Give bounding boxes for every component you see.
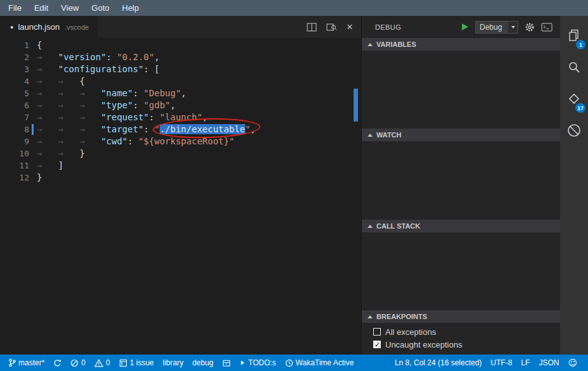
line-number[interactable]: 8: [0, 123, 29, 135]
cursor-position-item[interactable]: Ln 8, Col 24 (16 selected): [390, 355, 486, 371]
line-number[interactable]: 12: [0, 172, 29, 184]
wakatime-item[interactable]: WakaTime Active: [281, 355, 359, 371]
issues-icon: [119, 359, 127, 367]
library-item[interactable]: library: [158, 355, 188, 371]
code-line[interactable]: 4→ → {: [0, 75, 361, 87]
branch-name: master*: [18, 358, 44, 367]
language-mode-item[interactable]: JSON: [534, 355, 563, 371]
line-number[interactable]: 6: [0, 99, 29, 111]
code-line[interactable]: 3→ "configurations": [: [0, 63, 361, 75]
gear-icon[interactable]: [525, 22, 535, 32]
tab-bar: ● launch.json .vscode ×: [0, 16, 361, 38]
line-number[interactable]: 7: [0, 111, 29, 123]
debug-config-dropdown[interactable]: Debug: [475, 21, 518, 34]
status-left: master* 0 0: [4, 355, 358, 371]
start-debug-icon[interactable]: [461, 23, 469, 31]
tab-launch-json[interactable]: ● launch.json .vscode: [0, 16, 98, 38]
issues-item[interactable]: 1 issue: [115, 355, 158, 371]
no-debug-icon: [566, 123, 582, 141]
line-number[interactable]: 11: [0, 160, 29, 172]
split-editor-icon[interactable]: [307, 23, 317, 32]
code-line[interactable]: 11→ ]: [0, 160, 361, 172]
branch-icon: [8, 358, 16, 367]
vscode-window: File Edit View Goto Help ● launch.json .…: [0, 0, 588, 371]
variables-header[interactable]: VARIABLES: [362, 38, 560, 51]
debug-status-item[interactable]: debug: [188, 355, 217, 371]
cursor-position-label: Ln 8, Col 24 (16 selected): [395, 358, 482, 367]
collapse-icon: [368, 225, 373, 228]
code-text: → → {: [29, 75, 85, 87]
breakpoint-row[interactable]: All exceptions: [362, 325, 560, 338]
feedback-item[interactable]: ☺: [563, 355, 582, 371]
git-button[interactable]: 17: [560, 84, 588, 116]
code-text: → → → "name": "Debug",: [29, 87, 186, 99]
git-branch-item[interactable]: master*: [4, 355, 49, 371]
breakpoint-label: Uncaught exceptions: [385, 340, 462, 349]
code-text: → "version": "0.2.0",: [29, 51, 160, 63]
debug-console-icon[interactable]: [541, 23, 553, 32]
line-number[interactable]: 1: [0, 39, 29, 51]
menu-view[interactable]: View: [55, 2, 84, 14]
todo-item[interactable]: TODO:s: [235, 355, 281, 371]
menu-help[interactable]: Help: [117, 2, 145, 14]
menu-file[interactable]: File: [3, 2, 27, 14]
line-number[interactable]: 9: [0, 135, 29, 148]
code-text: }: [29, 172, 42, 184]
explorer-badge: 1: [576, 40, 585, 49]
section-label: BREAKPOINTS: [376, 313, 427, 320]
menu-edit[interactable]: Edit: [29, 2, 54, 14]
code-text: → "configurations": [: [29, 63, 160, 75]
code-line[interactable]: 6→ → → "type": "gdb",: [0, 99, 361, 111]
breakpoint-row[interactable]: Uncaught exceptions: [362, 338, 560, 351]
explorer-button[interactable]: 1: [560, 21, 588, 53]
encoding-item[interactable]: UTF-8: [486, 355, 516, 371]
section-label: WATCH: [376, 131, 402, 139]
watch-body: [362, 141, 560, 220]
line-number[interactable]: 3: [0, 63, 29, 75]
close-editor-icon[interactable]: ×: [347, 23, 353, 32]
sync-icon: [53, 359, 61, 367]
line-number[interactable]: 2: [0, 51, 29, 63]
editor-column: ● launch.json .vscode × 1{2→ "version": …: [0, 16, 361, 355]
warning-icon: [94, 359, 103, 367]
editor-scrollbar-thumb[interactable]: [354, 89, 358, 122]
language-label: JSON: [539, 358, 559, 367]
code-editor[interactable]: 1{2→ "version": "0.2.0",3→ "configuratio…: [0, 38, 361, 355]
code-text: → ]: [29, 160, 63, 172]
collapse-icon: [368, 43, 373, 46]
search-icon: [567, 60, 581, 77]
errors-item[interactable]: 0: [66, 355, 90, 371]
breakpoint-label: All exceptions: [385, 327, 436, 337]
code-line[interactable]: 10→ → }: [0, 148, 361, 160]
watch-header[interactable]: WATCH: [362, 129, 560, 141]
search-button[interactable]: [560, 53, 588, 84]
warnings-item[interactable]: 0: [90, 355, 115, 371]
clock-icon: [285, 359, 293, 367]
todo-label: TODO:s: [248, 358, 276, 367]
section-watch: WATCH: [362, 129, 560, 220]
line-number[interactable]: 10: [0, 148, 29, 160]
debug-panel-header: DEBUG Debug: [362, 16, 560, 38]
open-preview-icon[interactable]: [326, 23, 337, 32]
wakatime-label: WakaTime Active: [296, 358, 354, 367]
call-stack-header[interactable]: CALL STACK: [362, 220, 560, 232]
dirty-indicator-icon: ●: [10, 24, 13, 30]
sync-item[interactable]: [49, 355, 66, 371]
code-line[interactable]: 12}: [0, 172, 361, 184]
line-number[interactable]: 4: [0, 75, 29, 87]
checkbox-unchecked[interactable]: [373, 328, 381, 336]
activity-bar: 1 17: [560, 16, 588, 355]
line-number[interactable]: 5: [0, 87, 29, 99]
eol-item[interactable]: LF: [516, 355, 534, 371]
call-stack-body: [362, 232, 560, 310]
code-line[interactable]: 2→ "version": "0.2.0",: [0, 51, 361, 63]
library-label: library: [163, 358, 184, 367]
code-line[interactable]: 1{: [0, 39, 361, 51]
code-line[interactable]: 5→ → → "name": "Debug",: [0, 87, 361, 99]
package-item[interactable]: [218, 355, 235, 371]
menu-goto[interactable]: Goto: [86, 2, 115, 14]
checkbox-checked[interactable]: [373, 341, 381, 348]
debug-label: debug: [192, 358, 213, 367]
breakpoints-header[interactable]: BREAKPOINTS: [362, 310, 560, 323]
debug-button[interactable]: [560, 116, 588, 148]
